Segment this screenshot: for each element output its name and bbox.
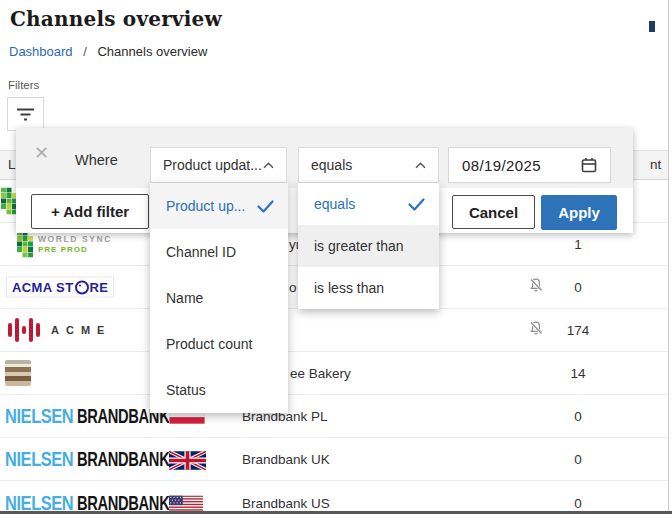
chevron-up-icon — [263, 162, 274, 169]
notifications-off-icon — [528, 320, 544, 340]
worldsync-logo: WORLD SYNC PRE PROD — [38, 235, 112, 254]
channel-name: Brandbank UK — [242, 452, 330, 467]
green-mosaic-logo-icon — [17, 231, 33, 258]
table-row[interactable]: ee Bakery 14 — [0, 352, 668, 395]
channel-name-fragment: o — [289, 280, 297, 295]
green-mosaic-logo-icon — [1, 188, 17, 215]
menu-item-product-updated[interactable]: Product up... — [150, 183, 288, 229]
product-count-value: 14 — [558, 366, 598, 381]
channels-overview-page: Channels overview Dashboard / Channels o… — [0, 0, 672, 514]
menu-item-is-greater-than[interactable]: is greater than — [298, 225, 439, 267]
menu-item-label: Product up... — [166, 198, 245, 214]
filter-lines-icon — [16, 107, 35, 122]
product-count-value: 0 — [558, 280, 598, 295]
acma-logo-text: ACMA ST — [12, 280, 74, 295]
menu-item-equals[interactable]: equals — [298, 183, 439, 225]
filter-operator-dropdown[interactable]: equals — [298, 147, 439, 183]
table-row[interactable]: NIELSEN BRANDBANK Brandbank US 0 — [0, 481, 668, 514]
page-title: Channels overview — [10, 7, 222, 31]
filters-label: Filters — [8, 79, 39, 91]
nielsen-logo-text: NIELSEN — [5, 447, 73, 471]
acma-logo-text2: RE — [90, 280, 109, 295]
checkmark-icon — [408, 198, 425, 211]
acme-logo: ACME — [8, 317, 111, 343]
calendar-icon — [581, 157, 597, 173]
product-count-value: 0 — [558, 409, 598, 424]
artifact-mark — [649, 21, 655, 32]
table-row[interactable]: NIELSEN BRANDBANK Brandbank UK 0 — [0, 438, 668, 481]
product-count-value: 174 — [558, 323, 598, 338]
menu-item-label: Channel ID — [166, 244, 236, 260]
menu-item-label: Product count — [166, 336, 252, 352]
table-row[interactable]: ACME 174 — [0, 309, 668, 352]
breadcrumb: Dashboard / Channels overview — [9, 44, 207, 59]
channel-name: Brandbank US — [242, 495, 330, 510]
menu-item-label: equals — [314, 196, 355, 212]
menu-item-name[interactable]: Name — [150, 275, 288, 321]
worldsync-logo-text: WORLD SYNC — [38, 235, 112, 245]
worldsync-preprod-text: PRE PROD — [38, 244, 112, 253]
window-right-border — [668, 0, 669, 511]
breadcrumb-dashboard-link[interactable]: Dashboard — [9, 44, 73, 59]
acme-bars-icon — [8, 317, 40, 343]
menu-item-label: Name — [166, 290, 203, 306]
menu-item-label: is less than — [314, 280, 384, 296]
bakery-photo-logo — [5, 360, 31, 386]
acma-globe-o-icon — [75, 280, 89, 294]
notifications-off-icon — [528, 277, 544, 297]
menu-item-label: Status — [166, 382, 206, 398]
cancel-button[interactable]: Cancel — [452, 195, 535, 229]
filter-operator-menu: equals is greater than is less than — [298, 183, 439, 309]
where-label: Where — [75, 152, 118, 168]
filter-date-input[interactable]: 08/19/2025 — [448, 147, 611, 183]
menu-item-product-count[interactable]: Product count — [150, 321, 288, 367]
breadcrumb-separator: / — [83, 44, 87, 59]
checkmark-icon — [257, 200, 274, 213]
product-count-value: 0 — [558, 452, 598, 467]
filter-date-value: 08/19/2025 — [462, 157, 541, 174]
acma-store-logo: ACMA STRE — [6, 277, 114, 298]
chevron-up-icon — [415, 162, 426, 169]
nielsen-logo-text: NIELSEN — [5, 404, 73, 428]
filter-field-value: Product updat... — [163, 157, 262, 173]
acme-logo-text: ACME — [51, 324, 111, 336]
uk-flag-icon — [169, 451, 206, 470]
filter-field-dropdown[interactable]: Product updat... — [150, 147, 287, 183]
filter-operator-value: equals — [311, 157, 352, 173]
filter-toggle-button[interactable] — [7, 97, 44, 131]
table-row[interactable]: NIELSEN BRANDBANK Brandbank PL 0 — [0, 395, 668, 438]
channel-name-fragment: ee Bakery — [290, 366, 351, 381]
brandbank-logo-text: BRANDBANK — [77, 447, 169, 471]
logo-column-header: L — [8, 157, 16, 172]
remove-filter-icon[interactable]: ✕ — [34, 144, 49, 162]
product-count-value: 1 — [558, 237, 598, 252]
menu-item-channel-id[interactable]: Channel ID — [150, 229, 288, 275]
breadcrumb-current: Channels overview — [97, 44, 207, 59]
filter-field-menu: Product up... Channel ID Name Product co… — [150, 183, 288, 413]
product-count-value: 0 — [558, 495, 598, 510]
menu-item-label: is greater than — [314, 238, 404, 254]
apply-button[interactable]: Apply — [541, 195, 617, 230]
add-filter-button[interactable]: + Add filter — [31, 194, 149, 229]
menu-item-is-less-than[interactable]: is less than — [298, 267, 439, 309]
menu-item-status[interactable]: Status — [150, 367, 288, 413]
product-count-column-header: nt — [650, 157, 661, 172]
